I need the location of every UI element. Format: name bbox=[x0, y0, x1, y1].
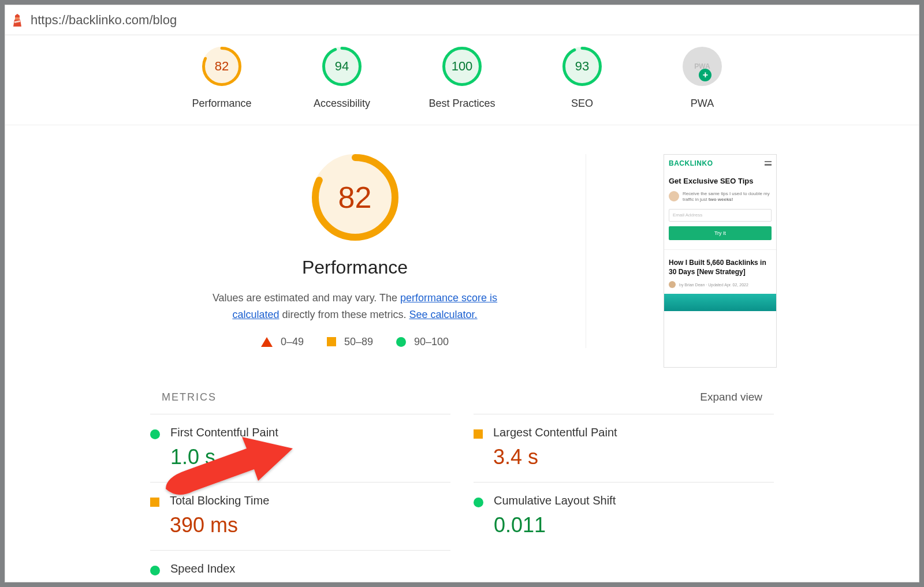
circle-icon bbox=[396, 337, 406, 347]
preview-brand: BACKLINKO bbox=[669, 159, 713, 167]
metrics-header-row: METRICS Expand view bbox=[150, 391, 774, 414]
text: directly from these metrics. bbox=[279, 309, 409, 320]
gauge-accessibility[interactable]: 94 Accessibility bbox=[310, 47, 374, 110]
page-screenshot-preview: BACKLINKO Get Exclusive SEO Tips Receive… bbox=[664, 154, 777, 368]
expand-view-toggle[interactable]: Expand view bbox=[700, 391, 762, 403]
lighthouse-icon bbox=[11, 14, 24, 27]
gauge-ring: 100 bbox=[442, 47, 482, 86]
triangle-icon bbox=[261, 337, 273, 347]
metric-value: 1.0 s bbox=[170, 445, 278, 469]
metric-value: 2.4 s bbox=[170, 581, 235, 582]
score-gauges-row: 82 Performance 94 Accessibility 100 Best… bbox=[5, 35, 919, 125]
square-icon bbox=[327, 337, 336, 346]
circle-icon bbox=[150, 429, 160, 439]
metric-label: Speed Index bbox=[170, 562, 235, 575]
preview-article-title: How I Built 5,660 Backlinks in 30 Days [… bbox=[664, 250, 776, 279]
square-icon bbox=[474, 429, 483, 439]
gauge-label: SEO bbox=[571, 98, 593, 110]
circle-icon bbox=[150, 566, 160, 575]
avatar-icon bbox=[669, 191, 679, 201]
main-gauge-title: Performance bbox=[302, 257, 408, 278]
legend-range: 0–49 bbox=[281, 336, 304, 348]
metric-value: 0.011 bbox=[494, 513, 616, 537]
pwa-badge-icon: PWA+ bbox=[683, 47, 722, 86]
legend-average: 50–89 bbox=[327, 336, 373, 348]
gauge-label: Performance bbox=[192, 98, 251, 110]
gauge-performance[interactable]: 82 Performance bbox=[190, 47, 254, 110]
gauge-ring: 94 bbox=[322, 47, 362, 86]
score-legend: 0–49 50–89 90–100 bbox=[261, 336, 449, 348]
gauge-ring: 93 bbox=[562, 47, 602, 86]
svg-rect-0 bbox=[15, 17, 20, 20]
preview-h1: Get Exclusive SEO Tips bbox=[664, 170, 776, 189]
metric-label: Cumulative Layout Shift bbox=[494, 494, 616, 507]
performance-hero: 82 Performance Values are estimated and … bbox=[46, 154, 878, 368]
metric-label: First Contentful Paint bbox=[170, 426, 278, 439]
link-see-calculator[interactable]: See calculator. bbox=[409, 309, 478, 320]
gauge-label: PWA bbox=[691, 98, 714, 110]
metric-tbt[interactable]: Total Blocking Time 390 ms bbox=[150, 482, 450, 550]
preview-article-meta: by Brian Dean · Updated Apr. 02, 2022 bbox=[679, 283, 748, 287]
gauge-pwa[interactable]: PWA+ PWA bbox=[670, 47, 734, 110]
legend-range: 90–100 bbox=[414, 336, 449, 348]
metric-label: Total Blocking Time bbox=[170, 494, 269, 507]
main-gauge: 82 bbox=[312, 154, 398, 241]
circle-icon bbox=[474, 498, 483, 507]
gauge-seo[interactable]: 93 SEO bbox=[550, 47, 614, 110]
metric-fcp[interactable]: First Contentful Paint 1.0 s bbox=[150, 414, 450, 482]
avatar-icon bbox=[669, 281, 676, 288]
preview-pitch: Receive the same tips I used to double m… bbox=[683, 191, 772, 203]
metric-cls[interactable]: Cumulative Layout Shift 0.011 bbox=[474, 482, 774, 550]
gauge-ring: 82 bbox=[202, 47, 241, 86]
metrics-heading: METRICS bbox=[162, 391, 217, 403]
legend-range: 50–89 bbox=[344, 336, 373, 348]
legend-fail: 0–49 bbox=[261, 336, 304, 348]
metrics-grid: First Contentful Paint 1.0 s Largest Con… bbox=[150, 414, 774, 582]
gauge-label: Best Practices bbox=[429, 98, 495, 110]
preview-cta-button: Try It bbox=[669, 226, 772, 240]
metric-lcp[interactable]: Largest Contentful Paint 3.4 s bbox=[474, 414, 774, 482]
gauge-label: Accessibility bbox=[314, 98, 370, 110]
text: Values are estimated and may vary. The bbox=[213, 292, 400, 304]
preview-email-input: Email Address bbox=[669, 209, 772, 222]
gauge-best-practices[interactable]: 100 Best Practices bbox=[430, 47, 494, 110]
metric-si[interactable]: Speed Index 2.4 s bbox=[150, 550, 450, 582]
scoring-explainer: Values are estimated and may vary. The p… bbox=[205, 290, 505, 323]
hamburger-icon bbox=[765, 161, 772, 166]
square-icon bbox=[150, 498, 159, 507]
metric-value: 390 ms bbox=[170, 513, 269, 537]
legend-pass: 90–100 bbox=[396, 336, 449, 348]
preview-hero-image bbox=[664, 294, 776, 311]
url-text: https://backlinko.com/blog bbox=[31, 13, 177, 28]
metric-label: Largest Contentful Paint bbox=[493, 426, 617, 439]
url-bar: https://backlinko.com/blog bbox=[5, 5, 919, 35]
metric-value: 3.4 s bbox=[493, 445, 617, 469]
